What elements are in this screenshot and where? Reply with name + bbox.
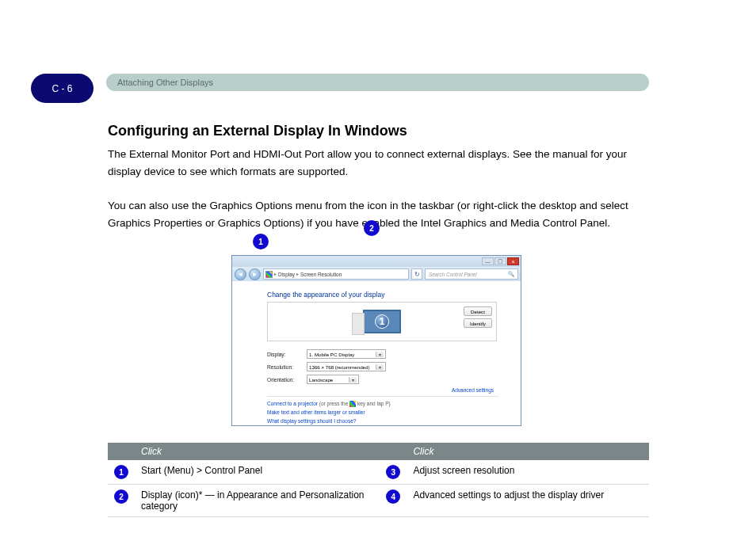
- refresh-icon: ↻: [414, 271, 420, 278]
- identify-button[interactable]: Identify: [464, 318, 492, 328]
- connect-projector-link[interactable]: Connect to a projector: [267, 401, 318, 406]
- orientation-label: Orientation:: [267, 377, 307, 383]
- step-marker: 1: [114, 465, 128, 479]
- advanced-settings-link[interactable]: Advanced settings: [243, 387, 494, 393]
- arrow-left-icon: ◄: [238, 271, 244, 278]
- intro-paragraph-2: You can also use the Graphics Options me…: [108, 197, 655, 231]
- breadcrumb-display[interactable]: Display: [278, 272, 295, 277]
- step-marker: 4: [386, 489, 400, 504]
- table-cell: Display (icon)* — in Appearance and Pers…: [135, 485, 380, 517]
- step-marker: 3: [386, 465, 400, 479]
- monitor-number-badge: 1: [375, 314, 389, 329]
- windows-key-icon: [349, 401, 356, 407]
- page-number: C - 6: [52, 83, 72, 94]
- close-button[interactable]: ×: [507, 257, 519, 265]
- maximize-button[interactable]: ▢: [494, 257, 506, 265]
- search-placeholder: Search Control Panel: [429, 272, 477, 277]
- breadcrumb-screen-resolution[interactable]: Screen Resolution: [300, 272, 342, 277]
- intro-paragraph-1: The External Monitor Port and HDMI-Out P…: [108, 146, 655, 180]
- window-titlebar: — ▢ ×: [232, 256, 521, 267]
- table-header: [380, 443, 407, 460]
- detect-button[interactable]: Detect: [464, 306, 492, 316]
- search-input[interactable]: Search Control Panel 🔍: [425, 268, 518, 280]
- chevron-down-icon: ▾: [349, 377, 357, 383]
- table-header: Click: [407, 443, 649, 460]
- table-cell: Advanced settings to adjust the display …: [407, 485, 649, 517]
- resolution-label: Resolution:: [267, 364, 307, 370]
- projector-hint-b: key and tap P): [357, 401, 391, 406]
- display-preview: 1 Detect Identify: [267, 302, 497, 341]
- table-cell: Adjust screen resolution: [407, 460, 649, 485]
- table-header-row: Click Click: [108, 443, 649, 460]
- table-row: 1 Start (Menu) > Control Panel 3 Adjust …: [108, 460, 649, 485]
- display-value: 1. Mobile PC Display: [309, 352, 354, 357]
- instruction-table: Click Click 1 Start (Menu) > Control Pan…: [108, 443, 649, 517]
- callout-marker-2: 2: [364, 220, 380, 236]
- refresh-button[interactable]: ↻: [411, 268, 422, 280]
- chevron-down-icon: ▾: [376, 352, 384, 357]
- help-links: Connect to a projector (or press the key…: [267, 399, 510, 425]
- breadcrumb[interactable]: ▸ Display ▸ Screen Resolution: [263, 268, 409, 280]
- search-icon: 🔍: [508, 271, 514, 277]
- resolution-value: 1366 × 768 (recommended): [309, 364, 370, 370]
- table-header: [108, 443, 135, 460]
- screen-resolution-window: — ▢ × ◄ ► ▸ Display ▸ Screen Resolution …: [231, 255, 521, 426]
- display-dropdown[interactable]: 1. Mobile PC Display ▾: [307, 349, 386, 359]
- resolution-dropdown[interactable]: 1366 × 768 (recommended) ▾: [307, 362, 386, 371]
- windows-flag-icon: [265, 271, 273, 278]
- chevron-down-icon: ▾: [376, 364, 384, 370]
- divider: [267, 396, 498, 397]
- monitor-thumbnail[interactable]: 1: [363, 310, 401, 333]
- callout-marker-1: 1: [253, 234, 269, 249]
- what-settings-link[interactable]: What display settings should I choose?: [267, 417, 510, 425]
- address-bar: ◄ ► ▸ Display ▸ Screen Resolution ↻ Sear…: [232, 267, 521, 281]
- breadcrumb-sep-icon: ▸: [274, 271, 277, 277]
- projector-hint-a: (or press the: [319, 401, 349, 406]
- breadcrumb-sep-icon: ▸: [296, 271, 299, 277]
- forward-button[interactable]: ►: [249, 268, 261, 280]
- minimize-button[interactable]: —: [482, 257, 494, 265]
- table-cell: Start (Menu) > Control Panel: [135, 460, 380, 485]
- table-header: Click: [135, 443, 380, 460]
- display-label: Display:: [267, 352, 307, 357]
- back-button[interactable]: ◄: [235, 268, 246, 280]
- orientation-value: Landscape: [309, 377, 333, 383]
- window-body: Change the appearance of your display 1 …: [232, 281, 521, 426]
- step-marker: 2: [114, 489, 128, 504]
- display-settings: Display: 1. Mobile PC Display ▾ Resoluti…: [267, 349, 510, 384]
- page-header-text: Attaching Other Displays: [117, 78, 213, 87]
- section-title: Configuring an External Display In Windo…: [108, 123, 407, 139]
- page-header-bar: Attaching Other Displays: [106, 74, 649, 91]
- make-text-larger-link[interactable]: Make text and other items larger or smal…: [267, 408, 510, 417]
- window-heading: Change the appearance of your display: [267, 291, 510, 299]
- arrow-right-icon: ►: [252, 271, 258, 278]
- table-row: 2 Display (icon)* — in Appearance and Pe…: [108, 485, 649, 517]
- orientation-dropdown[interactable]: Landscape ▾: [307, 375, 359, 384]
- page-number-badge: C - 6: [31, 74, 94, 103]
